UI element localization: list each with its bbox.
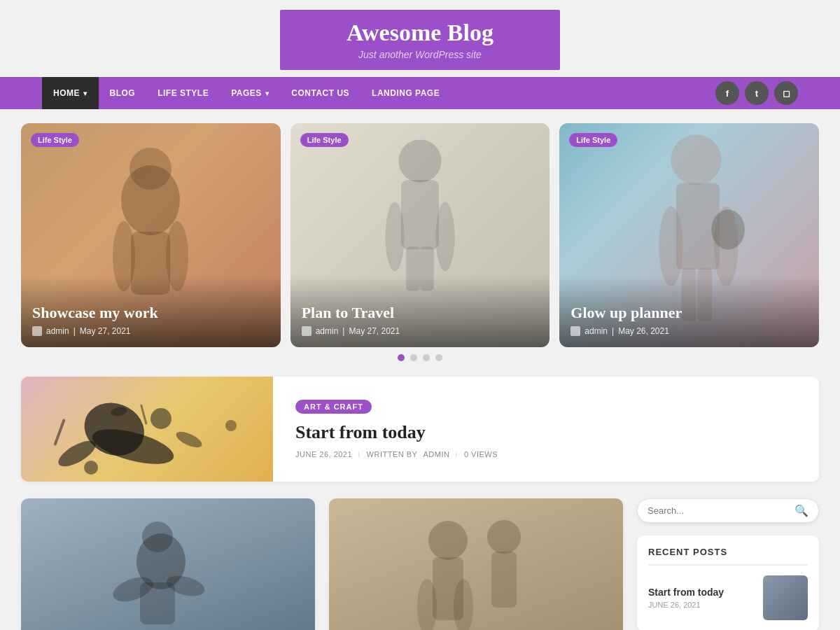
slide-meta-1: admin | May 27, 2021 <box>32 326 270 336</box>
blog-card-2-image <box>329 498 623 630</box>
slide-category-2: Life Style <box>300 133 349 147</box>
svg-rect-6 <box>401 180 439 249</box>
site-tagline: Just another WordPress site <box>315 49 525 60</box>
twitter-icon[interactable]: t <box>745 81 769 105</box>
blog-card-2[interactable]: FITNESS Yoga After 50 MAY 27, 2021 ⁞ WRI… <box>329 498 623 630</box>
featured-category-tag[interactable]: ART & CRAFT <box>295 400 372 414</box>
dot-1[interactable] <box>398 354 405 361</box>
svg-point-40 <box>487 520 521 554</box>
svg-point-11 <box>671 134 721 185</box>
site-title: Awesome Blog <box>315 20 525 46</box>
slide-meta-2: admin | May 27, 2021 <box>302 326 539 336</box>
svg-point-31 <box>142 522 173 552</box>
nav-item-lifestyle[interactable]: LIFE STYLE <box>146 77 220 109</box>
blog-card-1[interactable]: FITNESS Start from today JUNE 26, 2021 ⁞… <box>21 498 315 630</box>
recent-posts-section: RECENT POSTS Start from today JUNE 26, 2… <box>637 536 819 630</box>
slide-3[interactable]: Life Style Glow up planner admin | May 2… <box>559 123 819 347</box>
featured-post: ART & CRAFT Start from today JUNE 26, 20… <box>21 377 819 482</box>
nav-social: f t ◻ <box>715 81 798 105</box>
slide-info-1: Showcase my work admin | May 27, 2021 <box>21 276 281 347</box>
svg-rect-35 <box>357 498 595 630</box>
nav-bar: HOME ▾ BLOG LIFE STYLE PAGES ▾ CONTACT U… <box>0 77 840 109</box>
slider-section: Life Style Showcase my work admin | May … <box>21 123 819 347</box>
site-branding: Awesome Blog Just another WordPress site <box>280 10 560 70</box>
featured-content: ART & CRAFT Start from today JUNE 26, 20… <box>273 377 520 482</box>
slide-category-1: Life Style <box>31 133 79 147</box>
slide-title-1: Showcase my work <box>32 304 270 322</box>
blog-grid-area: FITNESS Start from today JUNE 26, 2021 ⁞… <box>21 498 819 630</box>
chevron-down-icon: ▾ <box>265 90 270 97</box>
svg-point-8 <box>436 202 455 272</box>
featured-meta: JUNE 26, 2021 ⁞ WRITTEN BY ADMIN ⁞ 0 VIE… <box>295 450 498 459</box>
svg-point-26 <box>225 420 237 431</box>
recent-post-date: JUNE 26, 2021 <box>648 601 755 609</box>
recent-post-info: Start from today JUNE 26, 2021 <box>648 587 755 609</box>
nav-links: HOME ▾ BLOG LIFE STYLE PAGES ▾ CONTACT U… <box>42 77 451 109</box>
svg-point-17 <box>711 210 745 250</box>
svg-point-23 <box>174 428 204 450</box>
slide-title-3: Glow up planner <box>570 304 808 322</box>
facebook-icon[interactable]: f <box>715 81 739 105</box>
svg-point-5 <box>398 139 441 182</box>
featured-image <box>21 377 273 482</box>
slider-dots <box>21 354 819 361</box>
nav-item-pages[interactable]: PAGES ▾ <box>220 77 280 109</box>
slide-category-3: Life Style <box>569 133 617 147</box>
dot-3[interactable] <box>423 354 430 361</box>
svg-rect-27 <box>53 419 65 446</box>
nav-item-blog[interactable]: BLOG <box>99 77 147 109</box>
svg-point-7 <box>386 202 405 272</box>
blog-card-1-image <box>21 498 315 630</box>
slide-info-2: Plan to Travel admin | May 27, 2021 <box>290 276 550 347</box>
site-header: Awesome Blog Just another WordPress site <box>0 0 840 77</box>
recent-post-thumb <box>763 575 808 620</box>
blog-cards-container: FITNESS Start from today JUNE 26, 2021 ⁞… <box>21 498 623 630</box>
svg-point-13 <box>659 206 682 286</box>
main-container: Life Style Showcase my work admin | May … <box>21 109 819 630</box>
chevron-down-icon: ▾ <box>83 90 88 97</box>
slide-info-3: Glow up planner admin | May 26, 2021 <box>559 276 819 347</box>
svg-point-22 <box>150 408 172 429</box>
slide-2[interactable]: Life Style Plan to Travel admin | May 27… <box>290 123 550 347</box>
nav-item-landing[interactable]: LANDING PAGE <box>360 77 451 109</box>
nav-item-contact[interactable]: CONTACT US <box>280 77 360 109</box>
instagram-icon[interactable]: ◻ <box>774 81 798 105</box>
recent-posts-title: RECENT POSTS <box>648 547 808 566</box>
dot-2[interactable] <box>410 354 417 361</box>
svg-point-36 <box>428 521 468 560</box>
dot-4[interactable] <box>435 354 442 361</box>
nav-item-home[interactable]: HOME ▾ <box>42 77 99 109</box>
svg-point-2 <box>130 148 172 190</box>
search-icon[interactable]: 🔍 <box>794 504 808 517</box>
svg-rect-41 <box>491 552 517 608</box>
svg-point-24 <box>84 461 98 475</box>
search-input[interactable] <box>648 505 794 516</box>
featured-title: Start from today <box>295 422 498 443</box>
slide-title-2: Plan to Travel <box>302 304 539 322</box>
sidebar: 🔍 RECENT POSTS Start from today JUNE 26,… <box>637 498 819 630</box>
slide-1[interactable]: Life Style Showcase my work admin | May … <box>21 123 281 347</box>
recent-post-item[interactable]: Start from today JUNE 26, 2021 <box>648 575 808 620</box>
search-box: 🔍 <box>637 498 819 523</box>
slide-meta-3: admin | May 26, 2021 <box>570 326 808 336</box>
svg-rect-34 <box>140 582 175 624</box>
recent-post-title: Start from today <box>648 587 755 598</box>
